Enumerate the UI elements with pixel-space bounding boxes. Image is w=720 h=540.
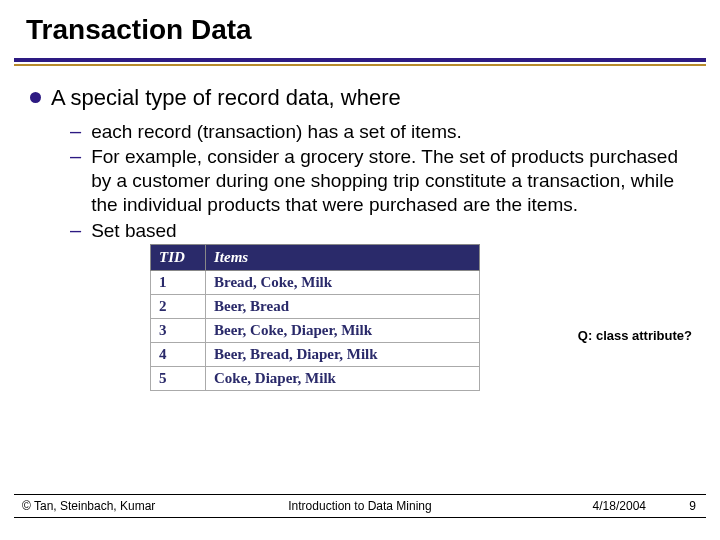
cell-tid: 1 <box>151 271 206 295</box>
table-header-items: Items <box>206 245 480 271</box>
cell-tid: 5 <box>151 367 206 391</box>
footer-page: 9 <box>689 499 696 513</box>
dash-icon: – <box>70 145 81 167</box>
sub-bullet-item: – each record (transaction) has a set of… <box>70 120 690 144</box>
table-header-tid: TID <box>151 245 206 271</box>
table-header-row: TID Items <box>151 245 480 271</box>
cell-items: Beer, Coke, Diaper, Milk <box>206 319 480 343</box>
table-row: 5 Coke, Diaper, Milk <box>151 367 480 391</box>
dash-icon: – <box>70 219 81 241</box>
bullet-text: A special type of record data, where <box>51 84 690 112</box>
slide: Transaction Data A special type of recor… <box>0 0 720 540</box>
question-annotation: Q: class attribute? <box>578 328 692 343</box>
bullet-item: A special type of record data, where <box>30 84 690 112</box>
bullet-disc-icon <box>30 92 41 103</box>
table-row: 1 Bread, Coke, Milk <box>151 271 480 295</box>
transaction-table: TID Items 1 Bread, Coke, Milk 2 Beer, Br… <box>150 244 480 391</box>
sub-bullet-text: Set based <box>91 219 690 243</box>
cell-items: Coke, Diaper, Milk <box>206 367 480 391</box>
sub-bullet-list: – each record (transaction) has a set of… <box>70 120 690 243</box>
divider-primary <box>14 58 706 62</box>
cell-tid: 3 <box>151 319 206 343</box>
transaction-table-wrap: TID Items 1 Bread, Coke, Milk 2 Beer, Br… <box>150 244 480 391</box>
sub-bullet-item: – Set based <box>70 219 690 243</box>
sub-bullet-text: For example, consider a grocery store. T… <box>91 145 690 216</box>
cell-tid: 4 <box>151 343 206 367</box>
cell-items: Bread, Coke, Milk <box>206 271 480 295</box>
table-row: 4 Beer, Bread, Diaper, Milk <box>151 343 480 367</box>
table-row: 2 Beer, Bread <box>151 295 480 319</box>
slide-footer: © Tan, Steinbach, Kumar Introduction to … <box>14 494 706 518</box>
table-row: 3 Beer, Coke, Diaper, Milk <box>151 319 480 343</box>
sub-bullet-item: – For example, consider a grocery store.… <box>70 145 690 216</box>
cell-tid: 2 <box>151 295 206 319</box>
dash-icon: – <box>70 120 81 142</box>
cell-items: Beer, Bread <box>206 295 480 319</box>
cell-items: Beer, Bread, Diaper, Milk <box>206 343 480 367</box>
footer-date: 4/18/2004 <box>593 499 646 513</box>
sub-bullet-text: each record (transaction) has a set of i… <box>91 120 690 144</box>
slide-title: Transaction Data <box>0 0 720 52</box>
